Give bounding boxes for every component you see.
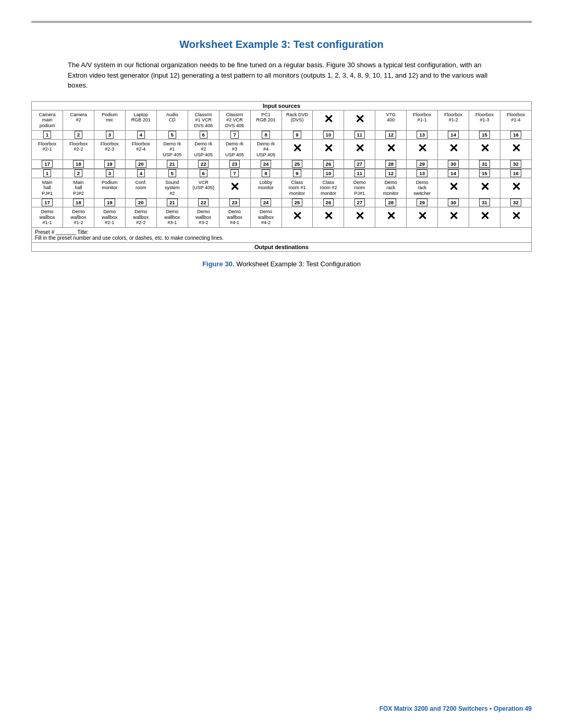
label-cell-13: ✕ bbox=[438, 178, 469, 199]
label-cell-10: ✕ bbox=[344, 140, 375, 160]
num-cell-12: 13 bbox=[407, 131, 438, 140]
label-cell-9: ✕ bbox=[313, 207, 344, 227]
label-cell-1: MainhallPJ#2 bbox=[63, 178, 94, 199]
num-cell-15: 16 bbox=[500, 131, 531, 140]
num-cell-13: 14 bbox=[438, 131, 469, 140]
label-cell-13: Floorbox#1-2 bbox=[438, 110, 469, 131]
page-title: Worksheet Example 3: Test configuration bbox=[31, 39, 532, 51]
label-cell-10: DemoroomPJ#1 bbox=[344, 178, 375, 199]
label-cell-5: Demowallbox#3-2 bbox=[188, 207, 219, 227]
num-cell-5: 6 bbox=[188, 131, 219, 140]
label-cell-3: Demowallbox#2-2 bbox=[126, 207, 157, 227]
num-cell-10: 11 bbox=[344, 169, 375, 178]
num-cell-2: 3 bbox=[94, 131, 126, 140]
num-cell-12: 29 bbox=[407, 160, 438, 168]
num-cell-9: 10 bbox=[313, 131, 344, 140]
num-cell-2: 19 bbox=[94, 160, 126, 168]
num-cell-5: 6 bbox=[188, 169, 219, 178]
label-cell-12: ✕ bbox=[407, 207, 438, 227]
label-cell-11: VTG400 bbox=[375, 110, 407, 131]
figure-caption: Figure 30. Worksheet Example 3: Test Con… bbox=[31, 260, 532, 268]
label-cell-0: Floorbox#2-1 bbox=[32, 140, 63, 160]
label-cell-7: Demowallbox#4-2 bbox=[251, 207, 282, 227]
output-numbers-row2: 17181920212223242526272829303132 bbox=[32, 199, 531, 207]
label-cell-12: ✕ bbox=[407, 140, 438, 160]
num-cell-1: 2 bbox=[63, 169, 94, 178]
num-cell-7: 24 bbox=[251, 160, 282, 168]
output-destinations-label: Output destinations bbox=[32, 242, 531, 251]
label-cell-1: Camera#2 bbox=[63, 110, 94, 131]
input-numbers-row1: 12345678910111213141516 bbox=[32, 131, 531, 140]
label-cell-15: ✕ bbox=[500, 178, 531, 199]
num-cell-5: 22 bbox=[188, 199, 219, 207]
label-cell-14: ✕ bbox=[469, 140, 500, 160]
num-cell-10: 11 bbox=[344, 131, 375, 140]
num-cell-5: 22 bbox=[188, 160, 219, 168]
input-grid: CameramainpodiumCamera#2PodiummicLaptopR… bbox=[32, 110, 531, 169]
label-cell-3: LaptopRGB 201 bbox=[126, 110, 157, 131]
label-cell-11: Demorackmonitor bbox=[375, 178, 407, 199]
num-cell-9: 10 bbox=[313, 169, 344, 178]
num-cell-15: 32 bbox=[500, 160, 531, 168]
num-cell-0: 1 bbox=[32, 131, 63, 140]
num-cell-8: 25 bbox=[282, 199, 313, 207]
num-cell-0: 17 bbox=[32, 160, 63, 168]
label-cell-6: Demowallbox#4-1 bbox=[219, 207, 251, 227]
intro-text: The A/V system in our fictional organiza… bbox=[68, 60, 495, 91]
num-cell-13: 14 bbox=[438, 169, 469, 178]
num-cell-14: 15 bbox=[469, 131, 500, 140]
num-cell-1: 2 bbox=[63, 131, 94, 140]
input-labels-row2: Floorbox#2-1Floorbox#2-2Floorbox#2-3Floo… bbox=[32, 140, 531, 160]
num-cell-15: 32 bbox=[500, 199, 531, 207]
label-cell-2: Demowallbox#2-1 bbox=[94, 207, 126, 227]
label-cell-15: ✕ bbox=[500, 140, 531, 160]
num-cell-11: 28 bbox=[375, 199, 407, 207]
label-cell-10: ✕ bbox=[344, 110, 375, 131]
output-labels-row2: Demowallbox#1-1Demowallbox#1-2Demowallbo… bbox=[32, 207, 531, 227]
num-cell-7: 8 bbox=[251, 131, 282, 140]
label-cell-8: ✕ bbox=[282, 207, 313, 227]
num-cell-3: 20 bbox=[126, 199, 157, 207]
num-cell-11: 12 bbox=[375, 169, 407, 178]
label-cell-15: ✕ bbox=[500, 207, 531, 227]
label-cell-1: Floorbox#2-2 bbox=[63, 140, 94, 160]
label-cell-15: Floorbox#1-4 bbox=[500, 110, 531, 131]
label-cell-3: Floorbox#2-4 bbox=[126, 140, 157, 160]
label-cell-8: Rack DVD(DVS) bbox=[282, 110, 313, 131]
num-cell-3: 20 bbox=[126, 160, 157, 168]
footer: FOX Matrix 3200 and 7200 Switchers • Ope… bbox=[380, 705, 532, 712]
label-cell-13: ✕ bbox=[438, 140, 469, 160]
label-cell-3: Conf.room bbox=[126, 178, 157, 199]
num-cell-6: 7 bbox=[219, 131, 251, 140]
label-cell-1: Demowallbox#1-2 bbox=[63, 207, 94, 227]
input-numbers-row2: 17181920212223242526272829303132 bbox=[32, 160, 531, 168]
input-labels-row1: CameramainpodiumCamera#2PodiummicLaptopR… bbox=[32, 110, 531, 131]
num-cell-1: 18 bbox=[63, 160, 94, 168]
label-cell-5: Demo rk#2USP 405 bbox=[188, 140, 219, 160]
num-cell-12: 13 bbox=[407, 169, 438, 178]
num-cell-14: 31 bbox=[469, 160, 500, 168]
label-cell-2: Podiummic bbox=[94, 110, 126, 131]
label-cell-6: Classrm#2 VCRDVS 406 bbox=[219, 110, 251, 131]
label-cell-0: Demowallbox#1-1 bbox=[32, 207, 63, 227]
num-cell-8: 9 bbox=[282, 131, 313, 140]
label-cell-11: ✕ bbox=[375, 207, 407, 227]
label-cell-12: Floorbox#1-1 bbox=[407, 110, 438, 131]
label-cell-9: ✕ bbox=[313, 110, 344, 131]
num-cell-10: 27 bbox=[344, 199, 375, 207]
num-cell-10: 27 bbox=[344, 160, 375, 168]
label-cell-14: ✕ bbox=[469, 178, 500, 199]
num-cell-14: 15 bbox=[469, 169, 500, 178]
label-cell-8: Classroom #1monitor bbox=[282, 178, 313, 199]
num-cell-1: 18 bbox=[63, 199, 94, 207]
num-cell-12: 29 bbox=[407, 199, 438, 207]
label-cell-7: PC1RGB 201 bbox=[251, 110, 282, 131]
label-cell-2: Floorbox#2-3 bbox=[94, 140, 126, 160]
label-cell-7: Lobbymonitor bbox=[251, 178, 282, 199]
num-cell-2: 19 bbox=[94, 199, 126, 207]
label-cell-4: AudioCD bbox=[157, 110, 188, 131]
num-cell-6: 23 bbox=[219, 199, 251, 207]
label-cell-6: Demo rk#3USP 405 bbox=[219, 140, 251, 160]
worksheet-container: Input sources CameramainpodiumCamera#2Po… bbox=[31, 101, 532, 252]
label-cell-12: Demorackswitcher bbox=[407, 178, 438, 199]
